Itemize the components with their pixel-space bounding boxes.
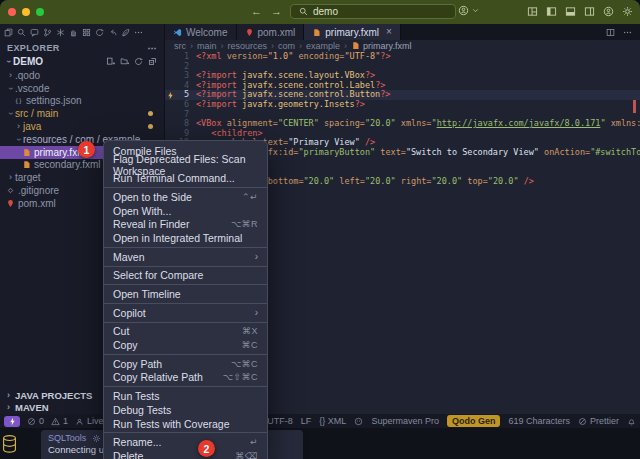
status-label: 1 — [63, 416, 68, 426]
source-control-icon[interactable] — [43, 28, 52, 37]
chevron-expanded-icon: › — [6, 84, 15, 93]
panel-right-icon[interactable] — [584, 6, 595, 17]
menu-item-open-in-integrated-terminal[interactable]: Open in Integrated Terminal — [104, 231, 267, 245]
menu-item-open-timeline[interactable]: Open Timeline — [104, 287, 267, 301]
hand-icon[interactable] — [69, 28, 78, 37]
breadcrumb-item-main[interactable]: main — [197, 41, 217, 51]
more-icon[interactable] — [134, 28, 143, 37]
menu-item-reveal-in-finder[interactable]: Reveal in Finder⌥⌘R — [104, 217, 267, 231]
lightbulb-icon[interactable] — [166, 91, 175, 100]
status-utf-8[interactable]: UTF-8 — [267, 416, 293, 426]
tab-label: Welcome — [186, 27, 228, 38]
tree-item-java[interactable]: ›java — [0, 120, 164, 133]
menu-shortcut: ⌥⌘C — [231, 359, 258, 369]
status-qodo-gen[interactable]: Qodo Gen — [447, 415, 501, 427]
snowflake-icon[interactable] — [56, 28, 65, 37]
gear-icon[interactable] — [92, 434, 101, 443]
menu-item-debug-tests[interactable]: Debug Tests — [104, 403, 267, 417]
menu-item-run-tests-with-coverage[interactable]: Run Tests with Coverage — [104, 417, 267, 431]
live-share-icon — [75, 417, 84, 426]
chat-icon[interactable] — [30, 28, 39, 37]
tree-item-vscode[interactable]: ›.vscode — [0, 82, 164, 95]
extensions-icon[interactable] — [82, 28, 91, 37]
nav-back-icon[interactable]: ← — [251, 4, 262, 19]
nav-forward-icon[interactable]: → — [271, 4, 282, 19]
titlebar-account[interactable] — [458, 5, 480, 16]
gear-icon[interactable] — [622, 6, 633, 17]
tab-pom-xml[interactable]: pom.xml — [237, 24, 305, 40]
menu-item-select-for-compare[interactable]: Select for Compare — [104, 269, 267, 283]
panel-left-icon[interactable] — [546, 6, 557, 17]
command-center-search[interactable]: demo — [290, 4, 456, 19]
menu-shortcut: ⌥⌘R — [231, 219, 258, 229]
tree-item-label: settings.json — [26, 95, 82, 106]
explorer-root-folder[interactable]: › DEMO — [0, 54, 164, 68]
status-1[interactable]: 1 — [51, 416, 68, 426]
status-619-characters[interactable]: 619 Characters — [508, 416, 570, 426]
split-editor-icon[interactable] — [606, 28, 615, 37]
account-icon[interactable] — [603, 6, 614, 17]
status-0[interactable]: 0 — [27, 416, 44, 426]
fxml-icon — [22, 160, 31, 169]
status-copilot[interactable] — [354, 417, 363, 426]
menu-item-run-tests[interactable]: Run Tests — [104, 389, 267, 403]
search-icon[interactable] — [17, 28, 26, 37]
refresh-icon[interactable] — [134, 57, 143, 66]
status-logo-badge[interactable] — [4, 416, 20, 427]
sync-icon[interactable] — [95, 28, 104, 37]
new-folder-icon[interactable] — [120, 57, 129, 66]
status-prettier[interactable]: Prettier — [578, 416, 619, 426]
menu-item-open-to-the-side[interactable]: Open to the Side⌃↵ — [104, 190, 267, 204]
more-icon[interactable] — [623, 28, 632, 37]
collapse-all-icon[interactable] — [148, 57, 157, 66]
new-file-icon[interactable] — [106, 57, 115, 66]
tree-item-qodo[interactable]: ›.qodo — [0, 69, 164, 82]
close-window-icon[interactable] — [8, 8, 16, 16]
minimize-window-icon[interactable] — [22, 8, 30, 16]
tree-item-label: target — [15, 172, 41, 183]
menu-shortcut: ⌘⌫ — [235, 451, 258, 459]
files-icon[interactable] — [4, 28, 13, 37]
close-icon[interactable]: × — [386, 27, 392, 37]
status-bell[interactable] — [627, 417, 636, 426]
maven-icon — [6, 199, 15, 208]
menu-item-copy-relative-path[interactable]: Copy Relative Path⌥⇧⌘C — [104, 371, 267, 385]
fxml-icon — [351, 41, 360, 50]
menu-item-flag-deprecated-files-scan-workspace[interactable]: Flag Deprecated Files: Scan Workspace — [104, 158, 267, 172]
menu-item-copy-path[interactable]: Copy Path⌥⌘C — [104, 357, 267, 371]
tree-item-settings-json[interactable]: {}settings.json — [0, 95, 164, 108]
search-value: demo — [313, 6, 338, 17]
breadcrumb-file-label: primary.fxml — [363, 41, 411, 51]
editor-actions — [606, 24, 640, 40]
more-actions-icon[interactable]: ⋯ — [148, 43, 157, 53]
breadcrumb-item-src[interactable]: src — [174, 41, 186, 51]
breadcrumb-item-resources[interactable]: resources — [228, 41, 268, 51]
panel-bottom-icon[interactable] — [565, 6, 576, 17]
vscode-window: ← → demo EXPLORER ⋯ › DEMO ›.qodo›.vscod… — [0, 0, 640, 459]
feather-icon[interactable] — [121, 28, 130, 37]
menu-shortcut: ⌥⇧⌘C — [223, 372, 258, 382]
menu-item-run-terminal-command[interactable]: Run Terminal Command... — [104, 171, 267, 185]
breadcrumb-item-com[interactable]: com — [278, 41, 295, 51]
breadcrumb-file[interactable]: primary.fxml — [351, 41, 411, 51]
tree-item-src-main[interactable]: ›src / main — [0, 107, 164, 120]
status-xml[interactable]: {} XML — [319, 416, 346, 426]
status-supermaven-pro[interactable]: Supermaven Pro — [371, 416, 439, 426]
menu-item-label: Run Tests with Coverage — [113, 418, 230, 430]
menu-item-maven[interactable]: Maven› — [104, 250, 267, 264]
window-controls — [8, 8, 44, 16]
customize-layout-icon[interactable] — [527, 6, 538, 17]
reply-icon[interactable] — [108, 28, 117, 37]
status-lf[interactable]: LF — [301, 416, 312, 426]
breadcrumb[interactable]: src›main›resources›com›example›primary.f… — [165, 40, 640, 51]
menu-item-copilot[interactable]: Copilot› — [104, 306, 267, 320]
tab-welcome[interactable]: Welcome — [165, 24, 237, 40]
menu-item-delete[interactable]: Delete⌘⌫ — [104, 449, 267, 459]
tab-primary-fxml[interactable]: primary.fxml× — [304, 24, 401, 40]
menu-item-open-with[interactable]: Open With... — [104, 204, 267, 218]
menu-item-cut[interactable]: Cut⌘X — [104, 325, 267, 339]
maximize-window-icon[interactable] — [36, 8, 44, 16]
menu-item-copy[interactable]: Copy⌘C — [104, 338, 267, 352]
breadcrumb-item-example[interactable]: example — [306, 41, 340, 51]
menu-item-rename[interactable]: Rename...↵ — [104, 435, 267, 449]
